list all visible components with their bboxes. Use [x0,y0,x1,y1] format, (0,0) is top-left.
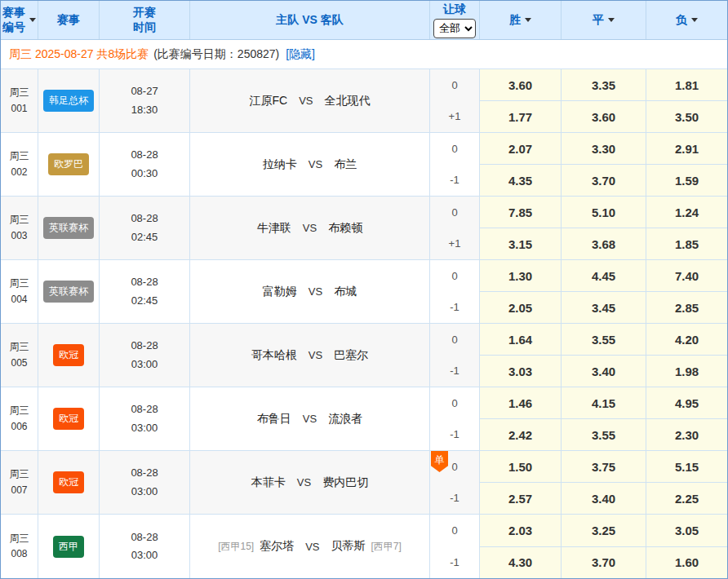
header-draw-label: 平 [593,13,604,28]
handicap-value: -1 [430,483,479,515]
league-badge[interactable]: 欧罗巴 [48,153,89,175]
league-badge[interactable]: 西甲 [53,536,84,558]
handicap-value: -1 [430,165,479,197]
win-odds[interactable]: 2.03 [480,515,561,547]
draw-odds[interactable]: 3.40 [562,483,646,514]
lose-odds[interactable]: 4.95 [646,387,727,419]
match-row: 周三 004 英联赛杯 08-28 02:45 富勒姆 VS 布城 0 -1 1… [1,260,727,324]
win-odds-cell: 2.07 4.35 [480,133,562,196]
handicap-value: 0 [430,197,479,228]
draw-odds[interactable]: 3.40 [562,356,646,387]
lose-odds[interactable]: 3.50 [646,101,727,132]
handicap-filter-select[interactable]: 全部 [433,19,476,38]
header-competition-label: 赛事 [57,13,80,28]
win-odds-cell: 7.85 3.15 [480,197,562,259]
lose-odds[interactable]: 4.20 [646,324,727,356]
win-odds[interactable]: 7.85 [480,197,561,228]
match-day: 周三 [10,466,29,482]
lose-odds[interactable]: 1.24 [646,197,727,228]
league-cell: 英联赛杯 [38,197,100,259]
draw-odds[interactable]: 3.70 [562,165,646,196]
win-odds[interactable]: 4.30 [480,547,561,579]
vs-label: VS [303,222,317,234]
win-odds[interactable]: 4.35 [480,165,561,196]
draw-odds[interactable]: 3.30 [562,133,646,165]
win-odds[interactable]: 1.64 [480,324,561,356]
league-badge[interactable]: 欧冠 [53,344,84,366]
lose-odds[interactable]: 1.98 [646,356,727,387]
match-day: 周三 [10,148,29,164]
vs-label: VS [299,95,313,107]
match-day: 周三 [10,85,29,100]
match-date: 08-28 [131,273,158,291]
win-odds-cell: 1.46 2.42 [480,387,562,450]
league-badge[interactable]: 英联赛杯 [43,281,94,303]
draw-odds[interactable]: 3.68 [562,228,646,259]
draw-odds[interactable]: 3.70 [562,547,646,579]
draw-odds[interactable]: 3.35 [562,69,646,101]
match-date: 08-28 [131,528,158,546]
draw-odds[interactable]: 3.55 [562,419,646,450]
header-lose[interactable]: 负 [646,1,727,39]
win-odds[interactable]: 2.07 [480,133,561,165]
draw-odds[interactable]: 3.55 [562,324,646,356]
win-odds[interactable]: 1.50 [480,451,561,483]
handicap-value: -1 [430,419,479,451]
lose-odds[interactable]: 2.25 [646,483,727,514]
match-date: 08-28 [131,146,158,164]
league-badge[interactable]: 欧冠 [53,471,84,493]
lose-odds[interactable]: 2.30 [646,419,727,450]
lose-odds[interactable]: 1.60 [646,547,727,579]
draw-odds[interactable]: 3.60 [562,101,646,132]
win-odds[interactable]: 3.03 [480,356,561,387]
draw-odds[interactable]: 3.45 [562,292,646,323]
win-odds[interactable]: 3.15 [480,228,561,259]
match-no: 006 [11,419,27,435]
league-badge[interactable]: 韩足总杯 [43,90,94,112]
lose-odds[interactable]: 2.85 [646,292,727,323]
sort-caret-icon [29,18,36,22]
match-day: 周三 [10,276,29,291]
win-odds[interactable]: 2.57 [480,483,561,514]
match-no: 008 [11,546,27,562]
home-team: 江原FC [249,94,287,108]
win-odds[interactable]: 2.42 [480,419,561,450]
lose-odds[interactable]: 5.15 [646,451,727,483]
win-odds[interactable]: 1.77 [480,101,561,132]
draw-odds[interactable]: 3.75 [562,451,646,483]
win-odds[interactable]: 1.46 [480,387,561,419]
match-time: 03:00 [131,546,158,564]
handicap-cell: 0 -1 [430,515,480,578]
win-odds[interactable]: 3.60 [480,69,561,101]
match-number-cell: 周三 005 [1,324,38,387]
home-team: 塞尔塔 [260,539,294,554]
lose-odds[interactable]: 1.85 [646,228,727,259]
league-cell: 英联赛杯 [38,260,100,323]
vs-label: VS [309,285,322,298]
win-odds-cell: 1.50 2.57 [480,451,562,514]
draw-odds[interactable]: 4.15 [562,387,646,419]
hide-link[interactable]: [隐藏] [286,47,315,62]
lose-odds[interactable]: 3.05 [646,515,727,547]
match-day: 周三 [10,339,29,355]
league-badge[interactable]: 英联赛杯 [43,217,94,239]
win-odds[interactable]: 1.30 [480,260,561,292]
lose-odds[interactable]: 7.40 [646,260,727,292]
header-win[interactable]: 胜 [480,1,562,39]
draw-odds[interactable]: 5.10 [562,197,646,228]
away-team: 布赖顿 [328,221,362,236]
draw-odds[interactable]: 4.45 [562,260,646,292]
lose-odds[interactable]: 1.81 [646,69,727,101]
date-summary: 周三 2025-08-27 共8场比赛 [9,47,149,62]
lose-odds[interactable]: 1.59 [646,165,727,196]
match-time: 00:30 [131,165,158,183]
teams-cell: 拉纳卡 VS 布兰 [190,133,430,196]
league-badge[interactable]: 欧冠 [53,408,84,430]
header-match-number[interactable]: 赛事 编号 [1,1,38,39]
header-draw[interactable]: 平 [562,1,646,39]
draw-odds[interactable]: 3.25 [562,515,646,547]
lose-odds-cell: 4.95 2.30 [646,387,727,450]
lose-odds[interactable]: 2.91 [646,133,727,165]
win-odds[interactable]: 2.05 [480,292,561,323]
away-team: 布城 [334,285,357,299]
